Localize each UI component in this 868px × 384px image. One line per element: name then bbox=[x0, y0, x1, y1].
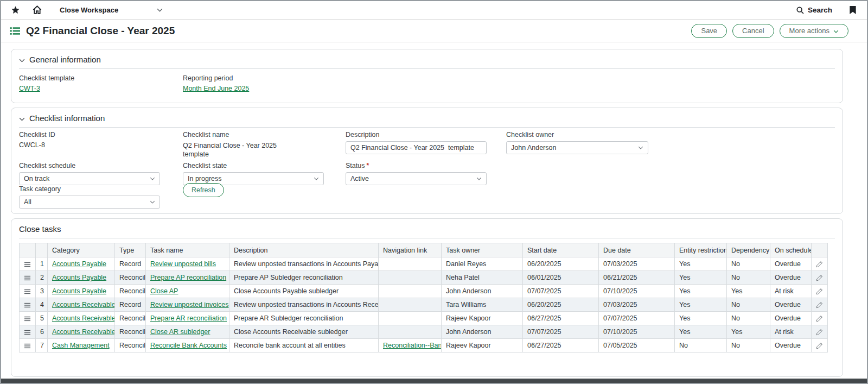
edit-pencil-icon[interactable] bbox=[812, 271, 828, 285]
drag-handle-icon[interactable] bbox=[20, 298, 36, 312]
type-cell: Record bbox=[115, 298, 146, 312]
category-link[interactable]: Accounts Receivable bbox=[52, 328, 115, 336]
start-date-cell: 06/27/2025 bbox=[523, 339, 599, 352]
edit-pencil-icon[interactable] bbox=[812, 339, 828, 352]
checklist-id-field: Checklist ID CWCL-8 bbox=[19, 131, 55, 149]
checklist-state-value: In progress bbox=[188, 175, 222, 182]
title-actions: Save Cancel More actions bbox=[691, 24, 848, 38]
drag-handle-header bbox=[20, 243, 36, 257]
table-row: 3 Accounts Payable Reconcile Close AP Cl… bbox=[20, 285, 828, 298]
table-row: 1 Accounts Payable Record Review unposte… bbox=[20, 257, 828, 271]
more-actions-button[interactable]: More actions bbox=[780, 24, 848, 38]
search-control[interactable]: Search bbox=[796, 6, 832, 15]
navigation-link[interactable]: Reconciliation--Bank bbox=[383, 342, 442, 349]
start-date-cell: 07/07/2025 bbox=[523, 285, 599, 298]
type-cell: Reconcile bbox=[115, 339, 146, 352]
drag-handle-icon[interactable] bbox=[20, 271, 36, 285]
dependency-cell: Yes bbox=[727, 325, 770, 339]
category-link[interactable]: Accounts Receivable bbox=[52, 314, 115, 322]
on-schedule-cell: Overdue bbox=[770, 312, 812, 325]
top-bar: Close Workspace Search bbox=[1, 1, 867, 20]
refresh-button[interactable]: Refresh bbox=[183, 183, 224, 197]
entity-restriction-cell: No bbox=[675, 339, 727, 352]
checklist-list-icon bbox=[10, 27, 20, 35]
bookmark-icon[interactable] bbox=[847, 5, 858, 16]
task-name-link[interactable]: Prepare AP reconciliation bbox=[150, 274, 226, 281]
status-select[interactable]: Active bbox=[346, 172, 487, 185]
edit-pencil-icon[interactable] bbox=[812, 325, 828, 339]
status-value: Active bbox=[350, 175, 369, 182]
window-bottom-edge bbox=[1, 379, 867, 383]
page-title: Q2 Financial Close - Year 2025 bbox=[26, 25, 175, 37]
save-button[interactable]: Save bbox=[691, 24, 727, 38]
drag-handle-icon[interactable] bbox=[20, 257, 36, 271]
checklist-owner-label: Checklist owner bbox=[506, 131, 648, 139]
on-schedule-cell: At risk bbox=[770, 285, 812, 298]
due-date-cell: 07/03/2025 bbox=[599, 298, 675, 312]
task-name-link[interactable]: Reconcile Bank Accounts bbox=[150, 342, 227, 349]
favorite-star-icon[interactable] bbox=[10, 5, 21, 16]
reporting-period-link[interactable]: Month End June 2025 bbox=[183, 85, 249, 92]
status-field: Status* Active bbox=[346, 162, 487, 185]
due-date-cell: 07/10/2025 bbox=[599, 325, 675, 339]
due-date-cell: 06/21/2025 bbox=[599, 271, 675, 285]
entity-restriction-cell: Yes bbox=[675, 325, 727, 339]
task-name-link[interactable]: Review unposted invoices bbox=[150, 301, 229, 309]
category-link[interactable]: Accounts Payable bbox=[52, 274, 106, 281]
drag-handle-icon[interactable] bbox=[20, 285, 36, 298]
task-category-select[interactable]: All bbox=[19, 196, 160, 209]
task-name-link[interactable]: Close AP bbox=[150, 287, 178, 295]
entity-restriction-cell: Yes bbox=[675, 298, 727, 312]
column-header-due-date: Due date bbox=[599, 243, 675, 257]
refresh-button-label: Refresh bbox=[192, 186, 215, 194]
due-date-cell: 07/05/2025 bbox=[599, 339, 675, 352]
drag-handle-icon[interactable] bbox=[20, 339, 36, 352]
cancel-button-label: Cancel bbox=[742, 27, 764, 35]
type-cell: Reconcile bbox=[115, 325, 146, 339]
checklist-name-field: Checklist name Q2 Financial Close - Year… bbox=[183, 131, 302, 159]
collapse-chevron-icon[interactable] bbox=[19, 55, 25, 64]
category-link[interactable]: Accounts Payable bbox=[52, 260, 106, 268]
checklist-state-field: Checklist state In progress bbox=[183, 162, 324, 185]
type-cell: Reconcile bbox=[115, 285, 146, 298]
description-input[interactable] bbox=[346, 141, 487, 154]
edit-pencil-icon[interactable] bbox=[812, 298, 828, 312]
on-schedule-cell: Overdue bbox=[770, 339, 812, 352]
checklist-schedule-select[interactable]: On track bbox=[19, 172, 160, 185]
task-owner-cell: Tara Williams bbox=[442, 298, 523, 312]
collapse-chevron-icon[interactable] bbox=[19, 114, 25, 123]
chevron-down-icon bbox=[476, 177, 482, 180]
chevron-down-icon bbox=[833, 27, 839, 35]
chevron-down-icon bbox=[157, 8, 163, 12]
drag-handle-icon[interactable] bbox=[20, 325, 36, 339]
title-bar: Q2 Financial Close - Year 2025 Save Canc… bbox=[1, 20, 867, 42]
dependency-cell: No bbox=[727, 298, 770, 312]
category-link[interactable]: Accounts Payable bbox=[52, 287, 106, 295]
edit-pencil-icon[interactable] bbox=[812, 257, 828, 271]
category-link[interactable]: Cash Management bbox=[52, 342, 110, 349]
drag-handle-icon[interactable] bbox=[20, 312, 36, 325]
reporting-period-label: Reporting period bbox=[183, 74, 249, 82]
checklist-name-label: Checklist name bbox=[183, 131, 302, 139]
task-name-link[interactable]: Prepare AR reconciliation bbox=[150, 314, 227, 322]
general-heading-label: General information bbox=[29, 55, 101, 64]
description-cell: Close Accounts Payable subledger bbox=[229, 285, 379, 298]
edit-pencil-icon[interactable] bbox=[812, 285, 828, 298]
description-cell: Prepare AP Subledger reconciliation bbox=[229, 271, 379, 285]
entity-restriction-cell: Yes bbox=[675, 285, 727, 298]
task-name-link[interactable]: Close AR subledger bbox=[150, 328, 210, 336]
workspace-switcher[interactable]: Close Workspace bbox=[60, 6, 163, 14]
type-cell: Record bbox=[115, 257, 146, 271]
due-date-cell: 07/07/2025 bbox=[599, 312, 675, 325]
home-icon[interactable] bbox=[31, 5, 42, 16]
task-name-link[interactable]: Review unposted bills bbox=[150, 260, 216, 268]
edit-pencil-icon[interactable] bbox=[812, 312, 828, 325]
row-number: 1 bbox=[36, 257, 48, 271]
checklist-template-link[interactable]: CWT-3 bbox=[19, 85, 40, 92]
on-schedule-cell: Overdue bbox=[770, 271, 812, 285]
checklist-owner-select[interactable]: John Anderson bbox=[506, 141, 648, 154]
task-category-label: Task category bbox=[19, 185, 160, 193]
category-link[interactable]: Accounts Receivable bbox=[52, 301, 115, 309]
cancel-button[interactable]: Cancel bbox=[732, 24, 774, 38]
on-schedule-cell: Overdue bbox=[770, 257, 812, 271]
